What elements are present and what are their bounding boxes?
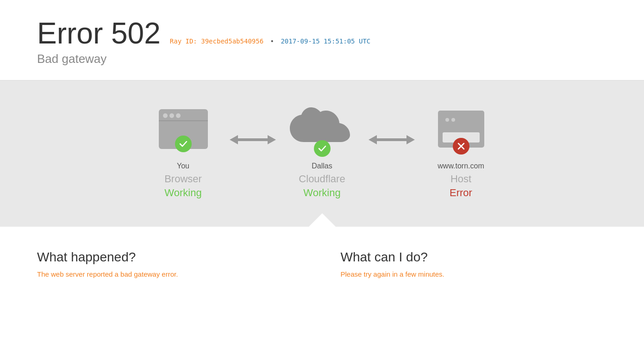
- host-status-badge: [453, 138, 469, 155]
- host-node: www.torn.com Host Error: [415, 104, 507, 199]
- server-icon-wrap: [433, 104, 489, 155]
- what-happened-heading: What happened?: [37, 250, 304, 265]
- check-icon-2: [318, 144, 327, 153]
- bullet: •: [270, 37, 274, 45]
- svg-marker-9: [406, 135, 415, 144]
- x-icon: [456, 142, 466, 151]
- svg-point-1: [163, 113, 168, 118]
- you-label: You: [177, 162, 189, 170]
- bottom-right: What can I do? Please try again in a few…: [341, 250, 607, 278]
- dallas-status: Working: [303, 187, 340, 199]
- you-status: Working: [164, 187, 201, 199]
- cloudflare-status-badge: [314, 140, 331, 157]
- svg-point-3: [176, 113, 181, 118]
- svg-rect-7: [238, 138, 268, 141]
- svg-point-2: [169, 113, 174, 118]
- ray-id-value: 39ecbed5ab540956: [201, 37, 263, 45]
- browser-node: You Browser Working: [137, 104, 230, 199]
- svg-point-13: [445, 118, 449, 122]
- svg-rect-10: [377, 138, 406, 141]
- dallas-sublabel: Cloudflare: [299, 173, 345, 185]
- bottom-left: What happened? The web server reported a…: [37, 250, 304, 278]
- error-code: Error 502: [37, 19, 161, 48]
- cloud-icon-wrap: [290, 104, 355, 155]
- ray-id-label: Ray ID:: [170, 37, 197, 45]
- diagram-wrapper: You Browser Working: [137, 104, 507, 199]
- bidirectional-arrow-2-icon: [369, 133, 415, 147]
- svg-point-14: [451, 118, 455, 122]
- check-icon: [179, 139, 188, 149]
- timestamp: 2017-09-15 15:51:05 UTC: [281, 37, 370, 45]
- svg-marker-5: [230, 135, 238, 144]
- what-happened-text: The web server reported a bad gateway er…: [37, 270, 304, 278]
- what-can-i-do-text: Please try again in a few minutes.: [341, 270, 607, 278]
- host-label: www.torn.com: [438, 162, 484, 170]
- arrow-2: [369, 133, 415, 147]
- svg-marker-6: [268, 135, 276, 144]
- error-subtitle: Bad gateway: [37, 52, 607, 66]
- browser-icon-wrap: [156, 104, 211, 155]
- svg-rect-4: [159, 120, 208, 121]
- bidirectional-arrow-icon: [230, 133, 276, 147]
- arrow-1: [230, 133, 276, 147]
- you-sublabel: Browser: [164, 173, 202, 185]
- what-can-i-do-heading: What can I do?: [341, 250, 607, 265]
- cloudflare-node: Dallas Cloudflare Working: [276, 104, 369, 199]
- svg-marker-8: [369, 135, 377, 144]
- browser-status-badge: [175, 136, 192, 152]
- diagram-triangle: [308, 213, 336, 227]
- dallas-label: Dallas: [312, 162, 332, 170]
- bottom-section: What happened? The web server reported a…: [0, 227, 644, 301]
- diagram-section: You Browser Working: [0, 81, 644, 227]
- host-status: Error: [450, 187, 472, 199]
- header-section: Error 502 Ray ID: 39ecbed5ab540956 • 201…: [0, 0, 644, 81]
- ray-id: Ray ID: 39ecbed5ab540956 • 2017-09-15 15…: [170, 37, 371, 45]
- host-sublabel: Host: [450, 173, 471, 185]
